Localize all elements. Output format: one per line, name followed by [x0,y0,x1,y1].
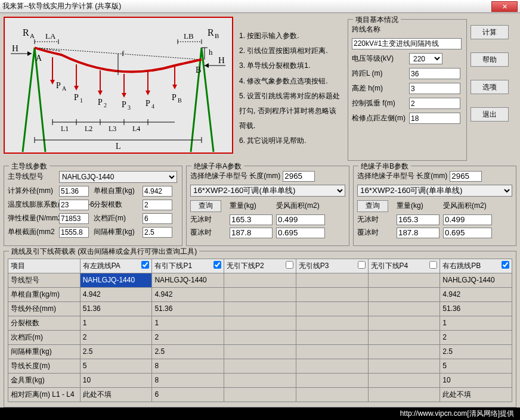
table-header: 项目 [8,259,81,273]
insul-b-noice-weight[interactable] [397,214,439,225]
svg-marker-28 [50,80,55,85]
action-buttons: 计算 帮助 选项 退出 [471,17,509,161]
insul-b-noice-wind[interactable] [443,214,492,225]
name-label: 跨线名称 [352,24,409,35]
table-row: 金具重(kg)10810 [8,373,512,387]
elastic-input[interactable] [59,213,89,224]
insul-b-ice-weight[interactable] [397,228,439,238]
insul-a-query[interactable]: 查询 [190,200,221,212]
insul-a-select[interactable]: 16*XWP2-160可调(单串单线) [190,185,345,197]
svg-text:R: R [208,27,214,38]
svg-text:B: B [215,32,219,39]
svg-marker-13 [27,51,32,56]
split-input[interactable] [143,200,172,210]
spacer-input[interactable] [143,227,172,238]
svg-text:2: 2 [104,102,107,108]
svg-text:L4: L4 [132,125,140,133]
svg-text:LA: LA [45,32,56,41]
height-input[interactable] [409,83,460,94]
cross-section-input[interactable] [59,227,89,238]
table-header: 无引下线P2 [224,259,296,273]
header-checkbox[interactable] [213,261,221,269]
svg-text:H: H [12,43,18,53]
table-row: 导线长度(m)585 [8,359,512,373]
svg-text:P: P [172,93,177,102]
header-checkbox[interactable] [502,261,509,269]
load-table-group: 跳线及引下线荷载表 (双击间隔棒或金具行可弹出查询工具) 项目有左跳线PA有引下… [4,251,516,407]
svg-text:L: L [116,142,121,151]
maint-input[interactable] [409,113,460,124]
schematic-diagram: RA LA LB RB H H [4,17,233,154]
model-select[interactable]: NAHLGJQ-1440 [59,171,177,183]
expansion-input[interactable] [59,200,89,210]
svg-marker-36 [98,91,103,95]
table-header: 有左跳线PA [80,259,152,273]
project-group: 项目基本情况 跨线名称 电压等级(kV)220 跨距L (m) 高差 h(m) … [348,19,467,161]
table-row: 相对距离(m) L1 - L4此处不填6此处不填 [8,387,512,402]
sag-label: 控制弧垂 f(m) [352,98,409,108]
table-header: 无引下线P4 [368,259,440,273]
calc-button[interactable]: 计算 [471,25,509,39]
insul-a-noice-weight[interactable] [230,214,273,225]
sub-span-input[interactable] [143,213,172,224]
svg-text:L2: L2 [85,125,92,133]
span-label: 跨距L (m) [352,69,409,79]
outer-dia-input[interactable] [59,186,89,197]
svg-text:LB: LB [184,32,194,41]
svg-text:P: P [122,100,126,109]
header-checkbox[interactable] [141,261,149,269]
svg-marker-40 [122,93,126,98]
load-table: 项目有左跳线PA有引下线P1无引下线P2无引线P3无引下线P4有右跳线PB 导线… [8,259,512,402]
table-row: 分裂根数111 [8,316,512,330]
svg-text:B: B [196,66,201,74]
table-header: 无引线P3 [296,259,368,273]
name-input[interactable] [352,38,462,49]
svg-text:P: P [146,99,150,108]
svg-text:L1: L1 [61,125,69,133]
svg-text:B: B [178,97,182,104]
svg-marker-48 [172,85,177,89]
svg-text:A: A [30,32,35,39]
window-title: 我来算--软导线实用力学计算 (共享版) [2,1,491,11]
self-weight-input[interactable] [143,186,172,197]
options-button[interactable]: 选项 [471,80,509,94]
svg-text:P: P [98,98,103,107]
insul-b-query[interactable]: 查询 [357,200,388,212]
instructions: 1. 按图示输入参数. 2. 引线位置按图填相对距离. 3. 单导线分裂根数填1… [237,17,344,161]
svg-marker-16 [205,63,209,68]
table-row: 次档距(m)222 [8,330,512,344]
insul-b-length[interactable] [450,171,482,182]
insul-b-ice-wind[interactable] [443,228,492,238]
voltage-select[interactable]: 220 [409,53,442,64]
insul-a-noice-wind[interactable] [276,214,325,225]
svg-text:A: A [62,85,67,92]
close-button[interactable]: ✕ [491,1,518,12]
header-checkbox[interactable] [429,261,437,269]
table-row: 导线外径(mm)51.3651.3651.36 [8,301,512,316]
insul-a-ice-wind[interactable] [276,228,325,238]
header-checkbox[interactable] [358,261,366,269]
insulator-a-group: 绝缘子串A参数 选择绝缘子串型号 长度(mm) 16*XWP2-160可调(单串… [186,166,349,246]
svg-text:1: 1 [80,97,83,104]
help-button[interactable]: 帮助 [471,52,509,67]
svg-text:P: P [56,81,61,90]
voltage-label: 电压等级(kV) [352,54,409,64]
svg-marker-44 [146,91,150,95]
svg-marker-32 [74,86,79,91]
table-header: 有引下线P1 [152,259,224,273]
exit-button[interactable]: 退出 [471,107,509,122]
svg-text:3: 3 [128,104,131,111]
table-row: 导线型号NAHLGJQ-1440NAHLGJQ-1440NAHLGJQ-1440 [8,273,512,287]
maint-label: 检修点距左侧(m) [352,113,409,123]
insul-b-select[interactable]: 16*XWP2-160可调(单串单线) [357,185,512,197]
table-row: 单根自重(kg/m)4.9424.9424.942 [8,287,512,301]
height-label: 高差 h(m) [352,83,409,94]
title-bar: 我来算--软导线实用力学计算 (共享版) ✕ [0,0,520,13]
span-input[interactable] [409,68,460,79]
sag-input[interactable] [409,98,460,109]
insul-a-length[interactable] [283,171,315,182]
svg-text:A: A [36,54,42,63]
header-checkbox[interactable] [286,261,293,269]
main-wire-group: 主导线参数 主导线型号 NAHLGJQ-1440 计算外径(mm) 单根自重(k… [4,166,182,246]
insul-a-ice-weight[interactable] [230,228,273,238]
